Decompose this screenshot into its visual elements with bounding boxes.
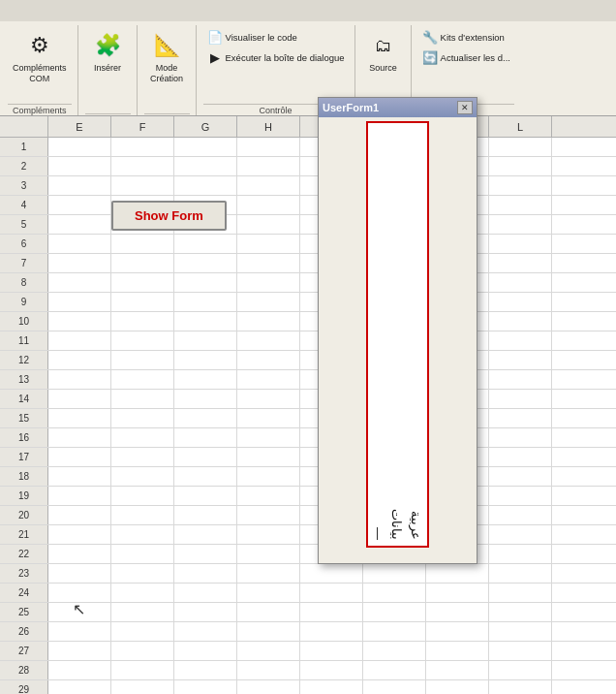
grid-cell[interactable] — [426, 564, 489, 583]
grid-cell[interactable] — [363, 564, 426, 583]
grid-cell[interactable] — [426, 622, 489, 641]
grid-cell[interactable] — [300, 564, 363, 583]
show-form-button[interactable]: Show Form — [111, 201, 227, 231]
grid-cell[interactable] — [489, 506, 552, 524]
grid-cell[interactable] — [111, 176, 174, 195]
grid-cell[interactable] — [48, 467, 111, 486]
grid-cell[interactable] — [174, 293, 237, 311]
table-row[interactable]: 23 — [0, 564, 616, 584]
grid-cell[interactable] — [48, 680, 111, 694]
grid-cell[interactable] — [489, 564, 552, 583]
grid-cell[interactable] — [489, 138, 552, 156]
grid-cell[interactable] — [300, 642, 363, 660]
grid-cell[interactable] — [111, 351, 174, 369]
grid-cell[interactable] — [237, 525, 300, 544]
grid-cell[interactable] — [489, 642, 552, 660]
grid-cell[interactable] — [237, 661, 300, 679]
grid-cell[interactable] — [48, 157, 111, 175]
userform-listbox[interactable]: عربية بيانات — نص عربي — بيانات متعددة — [366, 121, 429, 548]
grid-cell[interactable] — [174, 487, 237, 505]
grid-cell[interactable] — [489, 487, 552, 505]
grid-cell[interactable] — [174, 157, 237, 175]
grid-cell[interactable] — [174, 235, 237, 253]
table-row[interactable]: 9 — [0, 293, 616, 312]
table-row[interactable]: 22 — [0, 545, 616, 564]
source-button[interactable]: 🗂 Source — [362, 27, 405, 76]
grid-cell[interactable] — [363, 661, 426, 679]
grid-cell[interactable] — [237, 138, 300, 156]
grid-cell[interactable] — [363, 622, 426, 641]
grid-cell[interactable] — [111, 506, 174, 524]
grid-cell[interactable] — [489, 622, 552, 641]
grid-cell[interactable] — [111, 293, 174, 311]
grid-cell[interactable] — [48, 487, 111, 505]
grid-cell[interactable] — [489, 254, 552, 272]
grid-cell[interactable] — [237, 235, 300, 253]
table-row[interactable]: 28 — [0, 661, 616, 680]
grid-cell[interactable] — [363, 642, 426, 660]
grid-cell[interactable] — [237, 680, 300, 694]
table-row[interactable]: 12 — [0, 351, 616, 370]
grid-cell[interactable] — [426, 642, 489, 660]
actualiser-button[interactable]: 🔄 Actualiser les d... — [418, 47, 514, 67]
grid-cell[interactable] — [174, 603, 237, 621]
grid-cell[interactable] — [111, 487, 174, 505]
grid-cell[interactable] — [237, 331, 300, 350]
grid-cell[interactable] — [300, 661, 363, 679]
mode-creation-button[interactable]: 📐 ModeCréation — [145, 27, 188, 87]
grid-cell[interactable] — [489, 331, 552, 350]
grid-cell[interactable] — [237, 390, 300, 408]
grid-cell[interactable] — [48, 235, 111, 253]
table-row[interactable]: 17 — [0, 448, 616, 467]
grid-cell[interactable] — [174, 525, 237, 544]
grid-cell[interactable] — [363, 584, 426, 602]
table-row[interactable]: 3 — [0, 176, 616, 196]
grid-cell[interactable] — [237, 506, 300, 524]
grid-cell[interactable] — [237, 293, 300, 311]
grid-cell[interactable] — [300, 584, 363, 602]
grid-cell[interactable] — [489, 603, 552, 621]
grid-cell[interactable] — [48, 254, 111, 272]
grid-cell[interactable] — [489, 351, 552, 369]
grid-cell[interactable] — [300, 680, 363, 694]
table-row[interactable]: 15 — [0, 409, 616, 428]
grid-cell[interactable] — [174, 370, 237, 389]
grid-cell[interactable] — [174, 138, 237, 156]
grid-cell[interactable] — [111, 661, 174, 679]
grid-cell[interactable] — [489, 176, 552, 195]
grid-cell[interactable] — [489, 273, 552, 292]
grid-cell[interactable] — [489, 157, 552, 175]
grid-cell[interactable] — [48, 428, 111, 447]
inserer-button[interactable]: 🧩 Insérer — [86, 27, 129, 76]
grid-cell[interactable] — [48, 370, 111, 389]
grid-cell[interactable] — [174, 351, 237, 369]
grid-cell[interactable] — [111, 467, 174, 486]
grid-cell[interactable] — [111, 564, 174, 583]
grid-cell[interactable] — [48, 564, 111, 583]
grid-cell[interactable] — [426, 584, 489, 602]
grid-cell[interactable] — [426, 661, 489, 679]
grid-cell[interactable] — [111, 448, 174, 466]
table-row[interactable]: 11 — [0, 331, 616, 351]
grid-cell[interactable] — [111, 603, 174, 621]
grid-cell[interactable] — [237, 312, 300, 331]
grid-cell[interactable] — [237, 545, 300, 563]
grid-cell[interactable] — [111, 525, 174, 544]
grid-cell[interactable] — [174, 428, 237, 447]
grid-cell[interactable] — [237, 603, 300, 621]
grid-cell[interactable] — [174, 680, 237, 694]
grid-cell[interactable] — [174, 545, 237, 563]
grid-cell[interactable] — [111, 642, 174, 660]
grid-cell[interactable] — [111, 584, 174, 602]
table-row[interactable]: 8 — [0, 273, 616, 293]
grid-cell[interactable] — [48, 661, 111, 679]
table-row[interactable]: 24 — [0, 584, 616, 603]
table-row[interactable]: 20 — [0, 506, 616, 525]
grid-cell[interactable] — [363, 603, 426, 621]
grid-cell[interactable] — [111, 254, 174, 272]
grid-cell[interactable] — [237, 196, 300, 214]
grid-cell[interactable] — [237, 215, 300, 234]
table-row[interactable]: 4 — [0, 196, 616, 215]
grid-cell[interactable] — [48, 293, 111, 311]
grid-cell[interactable] — [489, 293, 552, 311]
